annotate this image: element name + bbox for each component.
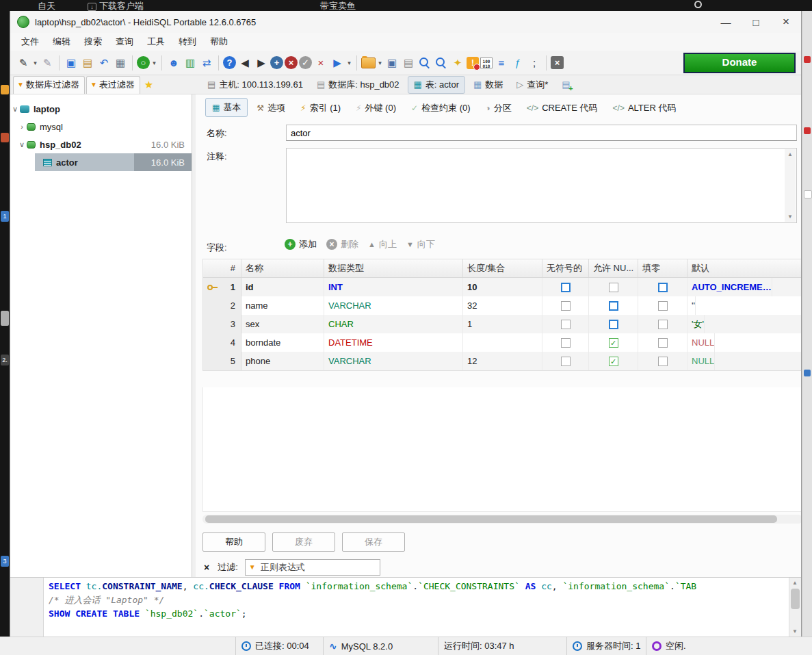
allow-null-checkbox[interactable] [609,283,618,292]
toolbar-delete-row-icon[interactable]: × [285,56,298,69]
zerofill-checkbox[interactable] [658,283,668,292]
column-header[interactable]: 填零 [638,259,687,277]
unsigned-checkbox[interactable] [561,301,571,311]
scrollbar-thumb[interactable] [791,589,800,609]
tree-db-mysql[interactable]: › mysql [10,118,192,136]
tab-partitions[interactable]: ◑分区 [480,99,518,117]
title-bar[interactable]: laptop\hsp_db02\actor\ - HeidiSQL Portab… [10,11,801,33]
toolbar-goto-last-icon[interactable]: ▶ [254,55,269,70]
donate-button[interactable]: Donate [683,53,796,73]
allow-null-checkbox[interactable] [609,301,618,311]
tree-table-actor[interactable]: actor 16.0 KiB [10,153,192,171]
toolbar-post-icon[interactable]: ✓ [299,56,312,69]
tree-session-laptop[interactable]: ∨ laptop [10,100,192,118]
toolbar-session-manager-icon[interactable]: ☻ [166,55,181,70]
toolbar-paste-icon[interactable]: ▤ [80,55,95,70]
scrollbar-thumb[interactable] [205,515,777,523]
field-row[interactable]: 1idINT10AUTO_INCREME… [203,278,801,296]
minimize-button[interactable]: — [711,12,741,32]
field-default-cell[interactable]: '女' [687,315,705,333]
toolbar-copy-icon[interactable]: ▣ [64,55,79,70]
column-header[interactable]: # [203,259,241,277]
dropdown-arrow-icon[interactable]: ▾ [346,60,352,66]
tab-basic[interactable]: ▦基本 [205,98,248,117]
dropdown-arrow-icon[interactable]: ▾ [377,60,383,66]
save-button[interactable]: 保存 [342,532,405,552]
field-length-cell[interactable]: 32 [463,296,542,315]
scroll-up-icon[interactable]: ▲ [789,578,800,588]
allow-null-checkbox[interactable]: ✓ [609,338,618,348]
field-type-cell[interactable]: VARCHAR [324,296,463,315]
tree-db-hsp-db02[interactable]: ∨ hsp_db02 16.0 KiB [10,136,192,153]
field-row[interactable]: 5phoneVARCHAR12✓NULL [203,352,801,370]
collapse-icon[interactable]: ∨ [10,105,20,114]
menu-item[interactable]: 编辑 [46,33,77,51]
toolbar-print-icon[interactable]: ▦ [113,55,128,70]
field-length-cell[interactable]: 10 [463,278,542,296]
toolbar-indent-icon[interactable]: ≡ [494,55,509,70]
field-type-cell[interactable]: CHAR [324,315,463,333]
field-default-cell[interactable]: AUTO_INCREME… [687,278,772,296]
menu-item[interactable]: 转到 [172,33,203,51]
tab-foreign-keys[interactable]: ⚡外键 (0) [350,99,402,117]
move-down-button[interactable]: ▼向下 [406,238,435,251]
toolbar-clean-icon[interactable]: ✦ [450,55,465,70]
column-header[interactable]: 数据类型 [324,259,463,277]
menu-item[interactable]: 文件 [14,33,46,51]
unsigned-checkbox[interactable] [561,357,571,366]
toolbar-connect-icon[interactable]: ○ [137,56,150,69]
toolbar-goto-first-icon[interactable]: ◀ [237,55,252,70]
toolbar-format-code-icon[interactable]: ƒ [510,55,525,70]
field-name-cell[interactable]: name [241,296,324,315]
toolbar-search-icon[interactable] [417,55,432,70]
toolbar-cancel-icon[interactable]: × [313,55,328,70]
table-tab[interactable]: ▦表: actor [408,76,465,94]
table-filter-tab[interactable]: ▼ 表过滤器 [86,76,140,94]
new-query-tab[interactable]: ▤ [556,77,575,92]
field-length-cell[interactable]: 12 [463,352,542,370]
table-name-input[interactable] [286,125,797,141]
remove-field-button[interactable]: ×删除 [326,238,358,251]
toolbar-open-file-icon[interactable] [361,57,376,68]
unsigned-checkbox[interactable] [561,283,571,292]
database-filter-tab[interactable]: ▼ 数据库过滤器 [13,76,85,94]
toolbar-semicolon-icon[interactable]: ; [527,55,542,70]
toolbar-data-sync-icon[interactable]: ⇄ [199,55,214,70]
field-type-cell[interactable]: DATETIME [324,333,463,352]
field-type-cell[interactable]: INT [324,278,463,296]
collapse-icon[interactable]: ∨ [17,140,27,149]
sql-log-scrollbar[interactable]: ▲ ▼ [789,578,801,637]
horizontal-scrollbar[interactable] [202,515,801,524]
toolbar-find-replace-icon[interactable] [434,55,449,70]
scroll-down-icon[interactable]: ▼ [789,626,800,637]
tab-alter-code[interactable]: </>ALTER 代码 [607,99,683,117]
tab-indexes[interactable]: ⚡索引 (1) [294,99,347,117]
close-filter-icon[interactable]: × [204,562,209,573]
tab-options[interactable]: ⚒选项 [250,99,291,117]
field-name-cell[interactable]: borndate [241,333,324,352]
database-tab[interactable]: ▤数据库: hsp_db02 [311,77,405,93]
toolbar-insert-row-icon[interactable]: + [270,56,283,69]
toolbar-binary-view-icon[interactable]: 100 010 [480,57,493,68]
unsigned-checkbox[interactable] [561,338,571,348]
toolbar-edit-pen-icon[interactable]: ✎ [16,55,31,70]
discard-button[interactable]: 废弃 [272,532,335,552]
menu-item[interactable]: 查询 [109,33,140,51]
help-button[interactable]: 帮助 [202,532,265,552]
toolbar-export-sql-icon[interactable]: ▤ [401,55,416,70]
zerofill-checkbox[interactable] [658,338,668,348]
close-button[interactable]: × [771,12,801,32]
field-name-cell[interactable]: id [241,278,324,296]
scrollbar[interactable]: ▲ ▼ [785,149,796,222]
field-length-cell[interactable]: 1 [463,315,542,333]
field-name-cell[interactable]: sex [241,315,324,333]
zerofill-checkbox[interactable] [658,320,668,329]
allow-null-checkbox[interactable] [609,320,618,329]
toolbar-run-query-icon[interactable]: ▶ [330,55,345,70]
zerofill-checkbox[interactable] [658,301,668,311]
dropdown-arrow-icon[interactable]: ▾ [32,60,38,66]
maximize-button[interactable]: □ [741,12,771,32]
scroll-up-icon[interactable]: ▲ [785,149,796,159]
menu-item[interactable]: 工具 [140,33,172,51]
scroll-down-icon[interactable]: ▼ [785,211,796,222]
